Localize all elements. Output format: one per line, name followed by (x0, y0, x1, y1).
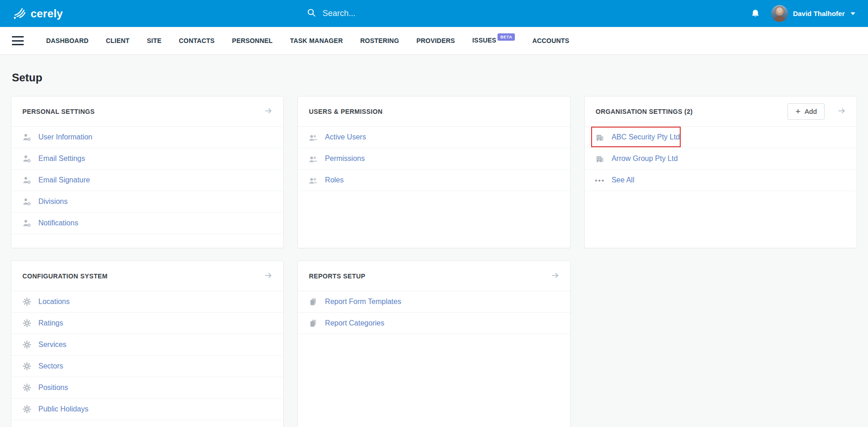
card-title-configuration-system: CONFIGURATION SYSTEM (22, 272, 108, 280)
nav-item-contacts[interactable]: CONTACTS (170, 37, 223, 44)
link-user-information[interactable]: User Information (38, 133, 92, 141)
list-item: Notifications (11, 213, 283, 234)
arrow-right-icon (264, 107, 272, 117)
list-item: Report Categories (298, 313, 570, 334)
list-item: User Information (11, 127, 283, 148)
link-report-form-templates[interactable]: Report Form Templates (325, 298, 401, 306)
avatar (771, 5, 788, 22)
search-input[interactable] (323, 9, 469, 18)
card-title-organisation-settings: ORGANISATION SETTINGS (2) (596, 108, 693, 115)
setup-cards-grid: PERSONAL SETTINGS User Information Email… (11, 96, 857, 427)
nav-item-site[interactable]: SITE (138, 37, 170, 44)
nav-item-providers[interactable]: PROVIDERS (408, 37, 464, 44)
list-item: Report Form Templates (298, 291, 570, 313)
nav-item-dashboard[interactable]: DASHBOARD (37, 37, 97, 44)
link-email-signature[interactable]: Email Signature (38, 176, 90, 184)
list-item: Locations (11, 291, 283, 313)
cerely-logo-icon (12, 5, 27, 22)
link-public-holidays[interactable]: Public Holidays (38, 405, 88, 413)
nav-item-task-manager[interactable]: TASK MANAGER (281, 37, 352, 44)
link-report-categories[interactable]: Report Categories (325, 319, 384, 327)
arrow-right-icon (551, 271, 559, 281)
ellipsis-icon: ••• (596, 176, 604, 184)
list-item: ••• See All (585, 170, 857, 191)
gear-icon (22, 319, 31, 327)
personal-settings-arrow-button[interactable] (264, 107, 272, 117)
building-icon (596, 155, 604, 163)
gear-icon (22, 298, 31, 306)
card-title-users-permission: USERS & PERMISSION (309, 108, 382, 115)
user-gear-icon (22, 219, 31, 227)
link-arrow-group[interactable]: Arrow Group Pty Ltd (612, 155, 678, 163)
chevron-down-icon (850, 10, 856, 18)
notifications-button[interactable] (751, 9, 760, 19)
link-locations[interactable]: Locations (38, 298, 70, 306)
list-item: Services (11, 334, 283, 356)
page-title: Setup (12, 71, 857, 84)
link-abc-security[interactable]: ABC Security Pty Ltd (612, 133, 680, 141)
document-copy-icon (309, 319, 318, 327)
bell-icon (751, 9, 760, 19)
app-header: cerely David Thalhofer (0, 0, 868, 27)
list-item: Positions (11, 377, 283, 399)
user-name: David Thalhofer (793, 10, 845, 17)
card-users-permission: USERS & PERMISSION Active Users Permissi… (297, 96, 570, 248)
organisation-settings-arrow-button[interactable] (837, 107, 846, 117)
document-copy-icon (309, 298, 318, 306)
header-right: David Thalhofer (751, 5, 856, 22)
nav-item-rostering[interactable]: ROSTERING (351, 37, 408, 44)
list-item: Divisions (11, 191, 283, 213)
card-organisation-settings: ORGANISATION SETTINGS (2) + Add ABC Secu… (584, 96, 857, 248)
link-active-users[interactable]: Active Users (325, 133, 366, 141)
card-title-personal-settings: PERSONAL SETTINGS (22, 108, 95, 115)
gear-icon (22, 362, 31, 370)
add-organisation-button[interactable]: + Add (788, 103, 825, 120)
list-item: Email Settings (11, 148, 283, 170)
list-item: Arrow Group Pty Ltd (585, 148, 857, 170)
user-gear-icon (22, 176, 31, 184)
brand-name: cerely (31, 7, 63, 20)
users-icon (309, 155, 318, 162)
link-see-all-organisations[interactable]: See All (612, 176, 635, 184)
link-notifications[interactable]: Notifications (38, 219, 78, 227)
user-gear-icon (22, 198, 31, 206)
reports-setup-arrow-button[interactable] (551, 271, 559, 281)
global-search[interactable] (307, 0, 469, 27)
list-item: Public Holidays (11, 399, 283, 420)
link-sectors[interactable]: Sectors (38, 362, 63, 370)
arrow-right-icon (837, 107, 846, 117)
card-title-reports-setup: REPORTS SETUP (309, 272, 365, 280)
gear-icon (22, 405, 31, 413)
list-item: Permissions (298, 148, 570, 170)
link-divisions[interactable]: Divisions (38, 197, 68, 206)
nav-item-issues[interactable]: ISSUESBETA (464, 37, 524, 45)
list-item: Roles (298, 170, 570, 191)
card-personal-settings: PERSONAL SETTINGS User Information Email… (11, 96, 284, 248)
list-item: Active Users (298, 127, 570, 148)
link-permissions[interactable]: Permissions (325, 155, 365, 163)
list-item: ABC Security Pty Ltd (585, 127, 857, 148)
menu-toggle-button[interactable] (12, 36, 24, 45)
search-icon (307, 8, 316, 19)
beta-badge: BETA (498, 33, 515, 41)
users-icon (309, 177, 318, 184)
gear-icon (22, 384, 31, 392)
list-item: Ratings (11, 313, 283, 334)
nav-item-accounts[interactable]: ACCOUNTS (524, 37, 578, 44)
link-email-settings[interactable]: Email Settings (38, 155, 85, 163)
link-positions[interactable]: Positions (38, 384, 68, 392)
nav-item-personnel[interactable]: PERSONNEL (223, 37, 281, 44)
gear-icon (22, 341, 31, 349)
list-item: Sectors (11, 356, 283, 377)
card-reports-setup: REPORTS SETUP Report Form Templates Repo… (297, 261, 570, 427)
brand-logo[interactable]: cerely (12, 5, 63, 22)
link-ratings[interactable]: Ratings (38, 319, 63, 327)
user-gear-icon (22, 155, 31, 163)
nav-item-client[interactable]: CLIENT (97, 37, 138, 44)
user-gear-icon (22, 133, 31, 141)
configuration-system-arrow-button[interactable] (264, 271, 272, 281)
user-menu[interactable]: David Thalhofer (771, 5, 856, 22)
main-content: Setup PERSONAL SETTINGS User Information… (0, 55, 868, 427)
link-services[interactable]: Services (38, 341, 66, 349)
link-roles[interactable]: Roles (325, 176, 344, 184)
